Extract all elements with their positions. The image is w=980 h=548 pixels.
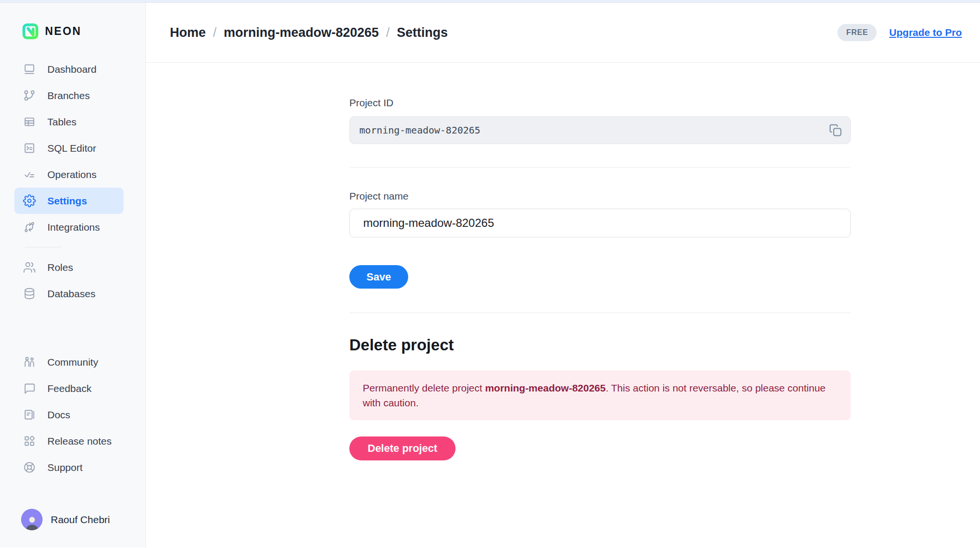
neon-logo-icon bbox=[22, 23, 39, 40]
release-notes-icon bbox=[23, 435, 36, 447]
delete-project-button[interactable]: Delete project bbox=[349, 436, 456, 460]
save-button[interactable]: Save bbox=[349, 265, 408, 289]
sidebar: NEON Dashboard Branches bbox=[0, 3, 146, 548]
settings-content: Project ID morning-meadow-820265 Project… bbox=[146, 63, 980, 460]
user-name: Raouf Chebri bbox=[51, 514, 110, 526]
sidebar-item-settings[interactable]: Settings bbox=[14, 188, 123, 214]
section-divider bbox=[349, 167, 851, 168]
avatar bbox=[21, 509, 43, 530]
neon-wordmark: NEON bbox=[45, 25, 81, 38]
database-icon bbox=[23, 287, 36, 300]
sidebar-item-label: Dashboard bbox=[47, 64, 97, 75]
delete-warning-project-name: morning-meadow-820265 bbox=[485, 382, 606, 393]
sidebar-item-label: Release notes bbox=[47, 436, 111, 447]
sidebar-item-label: Settings bbox=[47, 195, 87, 207]
copy-button[interactable] bbox=[824, 119, 846, 141]
gear-icon bbox=[23, 194, 36, 207]
sidebar-item-label: Branches bbox=[47, 90, 90, 101]
sidebar-divider bbox=[25, 247, 61, 247]
sidebar-item-label: Roles bbox=[47, 262, 73, 273]
sidebar-item-label: Feedback bbox=[47, 383, 91, 394]
user-profile[interactable]: Raouf Chebri bbox=[0, 509, 145, 548]
sidebar-item-docs[interactable]: Docs bbox=[14, 402, 123, 428]
life-buoy-icon bbox=[23, 461, 36, 474]
breadcrumb-current: Settings bbox=[397, 25, 448, 40]
section-divider bbox=[349, 313, 851, 313]
project-name-label: Project name bbox=[349, 190, 851, 202]
page-header: Home / morning-meadow-820265 / Settings … bbox=[146, 3, 980, 63]
project-name-input[interactable] bbox=[349, 209, 851, 237]
sidebar-item-branches[interactable]: Branches bbox=[14, 82, 123, 109]
copy-icon bbox=[828, 123, 843, 137]
sidebar-item-community[interactable]: Community bbox=[14, 349, 123, 375]
breadcrumb: Home / morning-meadow-820265 / Settings bbox=[170, 25, 448, 40]
sidebar-item-label: Tables bbox=[47, 116, 77, 128]
table-icon bbox=[23, 115, 36, 128]
delete-warning: Permanently delete project morning-meado… bbox=[349, 370, 851, 420]
sidebar-item-tables[interactable]: Tables bbox=[14, 109, 123, 135]
delete-project-heading: Delete project bbox=[349, 336, 851, 354]
app-root: NEON Dashboard Branches bbox=[0, 3, 980, 548]
breadcrumb-project[interactable]: morning-meadow-820265 bbox=[224, 25, 379, 40]
sidebar-spacer bbox=[14, 307, 123, 349]
breadcrumb-separator: / bbox=[213, 25, 217, 40]
sidebar-item-label: Databases bbox=[47, 288, 95, 300]
sidebar-item-integrations[interactable]: Integrations bbox=[14, 214, 123, 240]
sidebar-item-label: Docs bbox=[47, 409, 70, 421]
docs-icon bbox=[23, 408, 36, 421]
speech-bubble-icon bbox=[23, 382, 36, 395]
git-branch-icon bbox=[23, 89, 36, 102]
header-right: FREE Upgrade to Pro bbox=[837, 24, 962, 41]
sidebar-item-roles[interactable]: Roles bbox=[14, 254, 123, 280]
sidebar-nav: Dashboard Branches Tables bbox=[0, 56, 145, 481]
sidebar-item-operations[interactable]: Operations bbox=[14, 161, 123, 188]
users-icon bbox=[23, 261, 36, 274]
breadcrumb-home[interactable]: Home bbox=[170, 25, 206, 40]
sidebar-item-databases[interactable]: Databases bbox=[14, 280, 123, 307]
sidebar-item-feedback[interactable]: Feedback bbox=[14, 375, 123, 402]
project-id-value: morning-meadow-820265 bbox=[359, 124, 824, 136]
sidebar-item-label: Operations bbox=[47, 169, 97, 180]
community-icon bbox=[23, 356, 36, 369]
sidebar-item-label: Community bbox=[47, 357, 98, 368]
delete-warning-prefix: Permanently delete project bbox=[363, 382, 485, 393]
check-list-icon bbox=[23, 168, 36, 181]
sidebar-item-dashboard[interactable]: Dashboard bbox=[14, 56, 123, 82]
sidebar-item-release-notes[interactable]: Release notes bbox=[14, 428, 123, 454]
sidebar-item-label: Integrations bbox=[47, 222, 100, 233]
plan-badge: FREE bbox=[837, 24, 877, 41]
sidebar-item-support[interactable]: Support bbox=[14, 454, 123, 481]
dashboard-icon bbox=[23, 63, 36, 76]
sidebar-item-label: SQL Editor bbox=[47, 143, 96, 154]
breadcrumb-separator: / bbox=[386, 25, 390, 40]
project-id-label: Project ID bbox=[349, 97, 851, 109]
sidebar-item-label: Support bbox=[47, 462, 83, 473]
neon-logo[interactable]: NEON bbox=[0, 3, 145, 56]
sidebar-item-sql-editor[interactable]: SQL Editor bbox=[14, 135, 123, 161]
main-area: Home / morning-meadow-820265 / Settings … bbox=[146, 3, 980, 548]
project-id-field: morning-meadow-820265 bbox=[349, 116, 851, 144]
integrations-icon bbox=[23, 221, 36, 234]
terminal-icon bbox=[23, 142, 36, 155]
upgrade-to-pro-link[interactable]: Upgrade to Pro bbox=[889, 27, 962, 38]
